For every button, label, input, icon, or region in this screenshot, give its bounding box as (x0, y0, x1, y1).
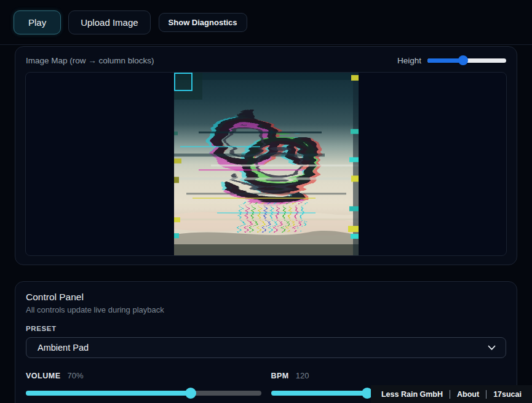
play-button[interactable]: Play (14, 10, 61, 34)
credits-bar: Less Rain GmbH About 17sucai (371, 385, 532, 403)
volume-slider-fill (26, 391, 191, 396)
credits-link-about[interactable]: About (450, 390, 486, 399)
volume-slider-thumb[interactable] (185, 388, 196, 399)
show-diagnostics-button[interactable]: Show Diagnostics (159, 13, 247, 32)
volume-label: VOLUME (26, 372, 60, 380)
preset-selected-value: Ambient Pad (38, 343, 89, 353)
bpm-value: 120 (296, 371, 309, 380)
glitch-image (174, 73, 359, 256)
bpm-slider-fill (271, 391, 368, 396)
height-control: Height (397, 55, 506, 65)
height-slider[interactable] (427, 55, 506, 65)
image-map-header: Image Map (row → column blocks) Height (15, 47, 517, 72)
playhead-selection-box (174, 73, 193, 91)
height-slider-thumb[interactable] (458, 55, 468, 65)
volume-slider[interactable] (26, 388, 261, 399)
volume-value: 70% (67, 371, 83, 380)
bpm-label: BPM (271, 372, 289, 380)
chevron-down-icon (488, 345, 496, 351)
preset-select[interactable]: Ambient Pad (26, 337, 506, 358)
credits-link-17sucai[interactable]: 17sucai (486, 390, 528, 399)
image-map-card: Image Map (row → column blocks) Height (15, 46, 517, 265)
toolbar: Play Upload Image Show Diagnostics (0, 0, 532, 45)
control-panel-title: Control Panel (26, 292, 506, 303)
control-panel-subtitle: All controls update live during playback (26, 305, 506, 314)
image-map-title: Image Map (row → column blocks) (26, 56, 154, 65)
upload-image-button[interactable]: Upload Image (68, 10, 150, 34)
credits-link-lessrain[interactable]: Less Rain GmbH (375, 390, 450, 399)
image-map-panel[interactable] (25, 72, 507, 256)
volume-control: VOLUME 70% (26, 371, 261, 399)
preset-label: PRESET (26, 325, 506, 332)
height-label: Height (397, 56, 421, 65)
